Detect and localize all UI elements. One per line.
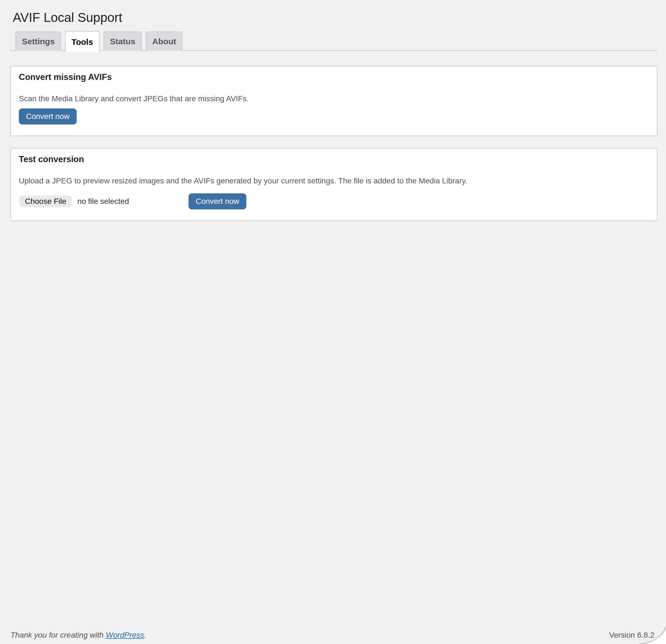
test-conversion-card: Test conversion Upload a JPEG to preview… [11, 148, 658, 221]
convert-missing-description: Scan the Media Library and convert JPEGs… [19, 94, 649, 104]
test-conversion-description: Upload a JPEG to preview resized images … [19, 176, 649, 185]
test-convert-button[interactable]: Convert now [189, 193, 246, 210]
footer-version: Version 6.8.2 [609, 631, 654, 640]
footer-thanks-suffix: . [144, 631, 146, 639]
convert-missing-button[interactable]: Convert now [19, 108, 77, 124]
file-input: Choose File no file selected [19, 193, 189, 210]
convert-missing-card: Convert missing AVIFs Scan the Media Lib… [11, 66, 658, 136]
choose-file-button[interactable]: Choose File [19, 196, 72, 207]
admin-footer: Thank you for creating with WordPress. V… [11, 631, 654, 640]
tab-settings[interactable]: Settings [16, 32, 61, 51]
file-input-status: no file selected [77, 197, 129, 206]
footer-thanks: Thank you for creating with WordPress. [11, 631, 146, 640]
admin-page: AVIF Local Support Settings Tools Status… [0, 0, 666, 644]
content-wrap: AVIF Local Support Settings Tools Status… [11, 0, 658, 221]
test-conversion-controls: Choose File no file selected Convert now [19, 193, 649, 210]
tab-status[interactable]: Status [104, 32, 142, 51]
tab-about[interactable]: About [146, 32, 183, 51]
page-title: AVIF Local Support [13, 10, 658, 25]
tab-bar: Settings Tools Status About [11, 29, 658, 51]
wordpress-link[interactable]: WordPress [106, 631, 144, 639]
test-conversion-title: Test conversion [19, 154, 649, 165]
convert-missing-title: Convert missing AVIFs [19, 72, 649, 83]
tab-tools[interactable]: Tools [65, 31, 99, 52]
footer-thanks-prefix: Thank you for creating with [11, 631, 106, 639]
